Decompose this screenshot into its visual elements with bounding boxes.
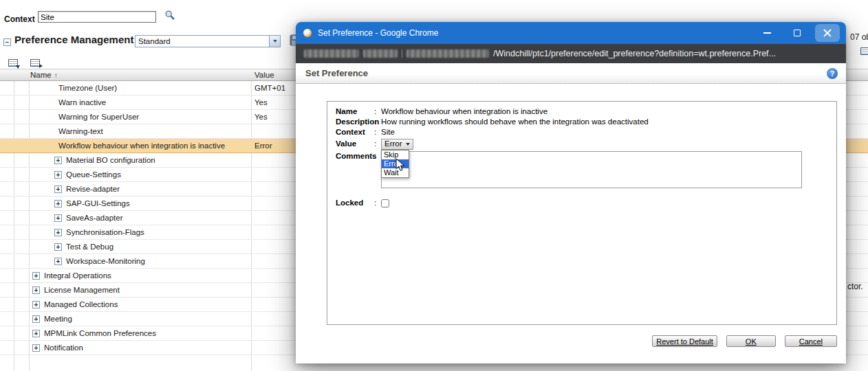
dropdown-option[interactable]: Error xyxy=(382,159,409,168)
favicon-icon xyxy=(303,29,312,37)
url-text: /Windchill/ptc1/preference/edit_preferen… xyxy=(493,49,776,58)
value-dropdown-list: SkipErrorWait xyxy=(381,150,409,178)
context-label: Context xyxy=(4,14,35,24)
locked-checkbox[interactable] xyxy=(381,199,389,207)
row-label: MPMLink Common Preferences xyxy=(44,326,156,341)
row-value: GMT+01 xyxy=(254,81,285,95)
maximize-icon xyxy=(794,30,801,36)
close-icon xyxy=(823,29,832,37)
locked-field-label: Locked xyxy=(336,198,374,208)
expand-icon[interactable]: + xyxy=(32,286,40,294)
expand-icon[interactable]: + xyxy=(54,243,62,251)
value-field-label: Value xyxy=(336,139,374,149)
table-expand-icon xyxy=(8,59,18,67)
expand-icon[interactable]: + xyxy=(54,214,62,222)
popup-page-title: Set Preference xyxy=(305,68,368,78)
cancel-button[interactable]: Cancel xyxy=(785,335,837,347)
expand-icon[interactable]: + xyxy=(54,157,62,164)
chevron-down-icon[interactable] xyxy=(269,36,280,47)
name-column-header[interactable]: Name ↑ xyxy=(30,69,58,81)
separator: : xyxy=(374,139,381,149)
field-name: Name : Workflow behaviour when integrati… xyxy=(336,106,829,117)
name-field-value: Workflow behaviour when integration is i… xyxy=(381,106,547,117)
page-title: Preference Management xyxy=(14,34,133,45)
row-value: Error xyxy=(254,139,272,153)
search-icon xyxy=(164,10,175,21)
collapse-icon[interactable]: − xyxy=(3,38,11,46)
expand-all-button[interactable] xyxy=(6,58,21,68)
separator: : xyxy=(374,127,381,137)
row-label: SaveAs-adapter xyxy=(66,211,122,225)
context-field-label: Context xyxy=(336,127,374,137)
window-titlebar[interactable]: Set Preference - Google Chrome xyxy=(296,22,846,44)
row-label: Warning for SuperUser xyxy=(58,110,139,124)
row-label: Meeting xyxy=(44,312,72,326)
value-select[interactable]: Error SkipErrorWait xyxy=(381,139,413,150)
field-locked: Locked : xyxy=(336,198,829,208)
value-column-header[interactable]: Value xyxy=(254,69,274,81)
collapse-all-button[interactable] xyxy=(28,58,43,68)
dropdown-option[interactable]: Wait xyxy=(382,168,409,177)
context-input[interactable] xyxy=(38,11,156,23)
row-label: Test & Debug xyxy=(66,240,113,254)
minimize-button[interactable] xyxy=(752,22,782,44)
row-label: Workspace-Monitoring xyxy=(66,254,145,269)
expand-icon[interactable]: + xyxy=(32,301,40,308)
redacted-url-segment xyxy=(304,49,359,58)
separator: : xyxy=(374,198,381,208)
expand-icon[interactable]: + xyxy=(54,258,62,265)
comments-field-label: Comments xyxy=(336,151,374,161)
minimize-icon xyxy=(763,32,771,34)
row-label: Material BO configuration xyxy=(66,153,155,168)
dialog-buttons: Revert to Default OK Cancel xyxy=(652,335,837,347)
context-search-button[interactable] xyxy=(164,10,176,22)
help-icon[interactable]: ? xyxy=(827,68,838,79)
table-icon xyxy=(860,47,868,55)
popup-page-header: Set Preference ? xyxy=(296,63,846,84)
window-title: Set Preference - Google Chrome xyxy=(318,28,752,38)
preference-form: Name : Workflow behaviour when integrati… xyxy=(327,101,837,325)
view-selector[interactable]: Standard xyxy=(135,35,281,47)
expand-icon[interactable]: + xyxy=(54,229,62,236)
table-view-button-partial[interactable] xyxy=(858,46,868,56)
row-label: Integral Operations xyxy=(44,269,111,283)
row-label: SAP-GUI-Settings xyxy=(66,196,130,211)
object-count-partial-text: 07 ob xyxy=(850,32,868,42)
row-label: Workflow behaviour when integration is i… xyxy=(58,139,225,153)
ok-button[interactable]: OK xyxy=(726,335,776,347)
row-label: License Management xyxy=(44,283,120,297)
row-label: Timezone (User) xyxy=(58,81,117,95)
name-field-label: Name xyxy=(336,106,374,117)
name-header-label: Name xyxy=(30,69,52,81)
view-selector-value: Standard xyxy=(135,36,269,47)
close-button[interactable] xyxy=(815,24,840,42)
field-comments: Comments : xyxy=(336,151,829,188)
field-description: Description : How running workflows shou… xyxy=(336,117,829,127)
revert-to-default-button[interactable]: Revert to Default xyxy=(652,335,717,347)
row-value: Yes xyxy=(254,110,268,124)
row-label: Synchronisation-Flags xyxy=(66,225,144,240)
expand-icon[interactable]: + xyxy=(32,330,40,337)
separator: : xyxy=(374,117,381,127)
expand-icon[interactable]: + xyxy=(32,344,40,352)
row-label: Warning-text xyxy=(58,124,103,139)
comments-textarea[interactable] xyxy=(381,151,802,188)
maximize-button[interactable] xyxy=(782,22,812,44)
sort-ascending-icon: ↑ xyxy=(54,69,58,81)
expand-icon[interactable]: + xyxy=(32,315,40,323)
dropdown-option[interactable]: Skip xyxy=(382,150,409,159)
redacted-url-segment xyxy=(363,49,398,58)
window-controls xyxy=(752,22,846,44)
address-bar[interactable]: /Windchill/ptc1/preference/edit_preferen… xyxy=(296,44,846,63)
field-value: Value : Error SkipErrorWait xyxy=(336,138,829,150)
row-label: Notification xyxy=(44,341,83,355)
expand-icon[interactable]: + xyxy=(54,171,62,179)
row-label: Managed Collections xyxy=(44,297,118,312)
separator: : xyxy=(374,106,381,117)
expand-icon[interactable]: + xyxy=(54,186,62,193)
field-context: Context : Site xyxy=(336,127,829,137)
value-select-text: Error xyxy=(384,139,402,149)
expand-icon[interactable]: + xyxy=(54,200,62,207)
expand-icon[interactable]: + xyxy=(32,272,40,280)
row-label: Warn inactive xyxy=(58,95,106,110)
